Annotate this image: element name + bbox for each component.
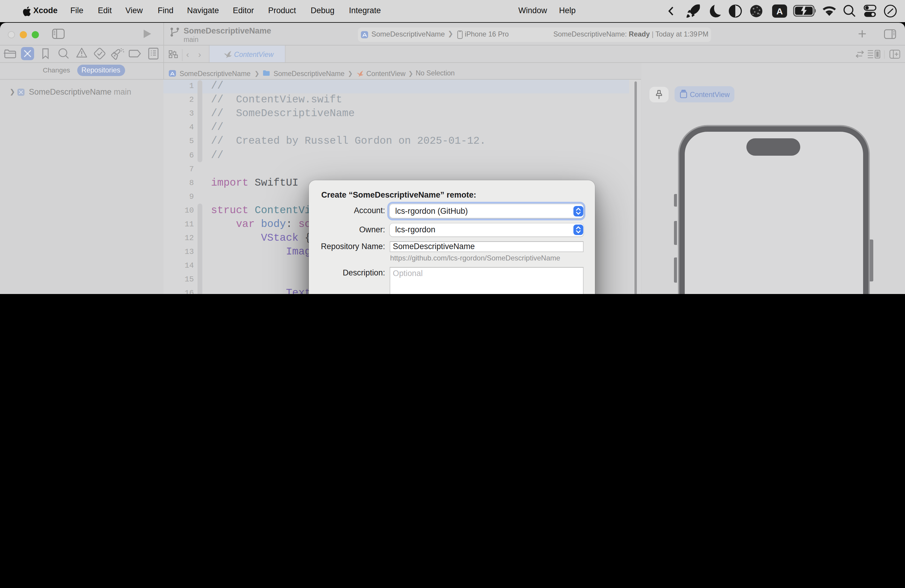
- svg-text:A: A: [776, 6, 783, 16]
